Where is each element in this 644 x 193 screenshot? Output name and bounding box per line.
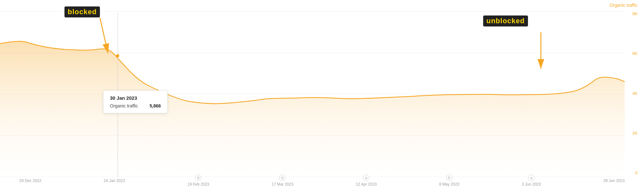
y-label-8k: 8K xyxy=(632,11,638,16)
google-icon-jun: a xyxy=(528,175,534,181)
y-axis: 8K 6K 4K 2K 0 xyxy=(632,0,638,177)
tooltip-metric-label: Organic traffic xyxy=(110,103,138,108)
x-label-feb19: G 19 Feb 2023 xyxy=(188,175,209,187)
x-axis: 29 Dec 2022 24 Jan 2023 G 19 Feb 2023 G … xyxy=(19,175,625,187)
tooltip-metric-value: 5,866 xyxy=(150,103,161,108)
blocked-arrow xyxy=(77,15,113,60)
x-label-may8: G 8 May 2023 xyxy=(439,175,459,187)
unblocked-label: unblocked xyxy=(483,15,528,26)
tooltip-date: 30 Jan 2023 xyxy=(110,95,161,101)
y-label-4k: 4K xyxy=(632,91,638,96)
tooltip-box: 30 Jan 2023 Organic traffic 5,866 xyxy=(103,90,168,113)
x-label-jun3: a 3 Jun 2023 xyxy=(522,175,541,187)
annotation-unblocked: unblocked xyxy=(483,15,528,26)
tooltip-row: Organic traffic 5,866 xyxy=(110,103,161,108)
svg-line-1 xyxy=(100,18,108,53)
x-label-mar17: G 17 Mar 2023 xyxy=(272,175,293,187)
x-label-jun29: 29 Jun 2023 xyxy=(603,178,625,183)
y-label-2k: 2K xyxy=(632,131,638,136)
google-icon-may: G xyxy=(446,175,453,181)
data-point-dot xyxy=(116,54,119,57)
y-label-0: 0 xyxy=(635,170,638,175)
google-icon-feb: G xyxy=(195,175,201,181)
x-label-apr12: a 12 Apr 2023 xyxy=(356,175,377,187)
x-label-dec29: 29 Dec 2022 xyxy=(19,178,41,183)
google-icon-apr: a xyxy=(363,175,369,181)
unblocked-arrow xyxy=(522,31,563,73)
y-label-6k: 6K xyxy=(632,51,638,56)
x-label-jan24: 24 Jan 2023 xyxy=(104,178,125,183)
chart-container: Organic traffic 8K 6K 4K 2K 0 29 Dec 202… xyxy=(0,0,644,193)
google-icon-mar: G xyxy=(279,175,286,181)
